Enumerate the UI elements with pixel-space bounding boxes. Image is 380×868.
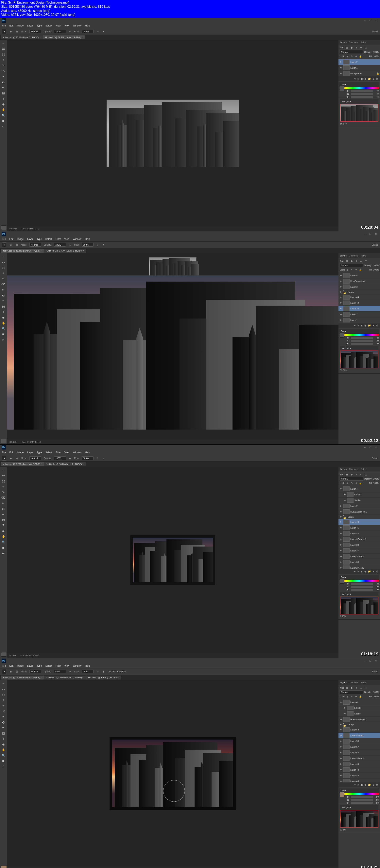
hue-strip[interactable] (339, 87, 379, 89)
menu-item[interactable]: Select (45, 664, 52, 667)
layer-name[interactable]: Layer 45 (350, 527, 379, 529)
lock-all-icon[interactable]: 🔒 (359, 481, 362, 485)
layer-name[interactable]: Group (348, 723, 379, 726)
tool-button[interactable]: ◉ (0, 101, 6, 107)
panel-tab[interactable]: Channels (349, 254, 358, 257)
nav-zoom[interactable]: 66.67% (340, 123, 378, 125)
filter-pixel-icon[interactable]: ▦ (345, 259, 349, 263)
menu-item[interactable]: View (64, 238, 69, 241)
filter-pixel-icon[interactable]: ▦ (345, 473, 349, 476)
group-icon[interactable]: 📁 (368, 570, 371, 573)
r-value[interactable]: 85 (374, 583, 379, 585)
fg-swatch[interactable] (340, 579, 344, 584)
delete-icon[interactable]: 🗑 (376, 570, 378, 573)
opacity-input[interactable]: 100% (54, 30, 66, 33)
tool-button[interactable]: T (0, 736, 6, 741)
layer-row[interactable]: 👁 Layer 35 (339, 559, 380, 565)
visibility-icon[interactable]: 👁 (339, 301, 343, 305)
tool-button[interactable]: ✂ (0, 714, 6, 719)
layer-opacity[interactable]: 100% (373, 51, 379, 53)
b-slider[interactable] (351, 589, 373, 591)
layer-row[interactable]: 👁 Hue/Saturation 1 (339, 509, 380, 515)
layer-name[interactable]: Layer 46 (350, 774, 379, 777)
hue-strip[interactable] (339, 580, 379, 582)
visibility-icon[interactable]: 👁 (339, 728, 343, 731)
tool-button[interactable]: T (0, 96, 6, 101)
layer-name[interactable]: Layer 45 (350, 780, 379, 782)
visibility-icon[interactable]: 👁 (339, 561, 343, 564)
layer-row[interactable]: 👁 Layer 35 (339, 306, 380, 312)
menu-item[interactable]: Type (36, 24, 42, 27)
tool-button[interactable]: ✧ (0, 698, 6, 703)
filter-smart-icon[interactable]: ◫ (364, 686, 368, 689)
layer-row[interactable]: 👁 Layer 3 (339, 284, 380, 290)
new-layer-icon[interactable]: ⊞ (373, 783, 375, 786)
g-slider[interactable] (351, 586, 373, 588)
foreground-color[interactable] (1, 439, 7, 443)
tool-button[interactable]: ✒ (0, 725, 6, 730)
doc-tab[interactable]: Untitled-1 @ 100% (Layer 2, RGB/8) * (44, 462, 86, 466)
color-tab[interactable]: Color (341, 789, 346, 792)
pressure-size-icon[interactable]: ⬘ (102, 457, 106, 460)
minimize-icon[interactable]: ─ (362, 232, 367, 236)
visibility-icon[interactable]: 👁 (339, 745, 343, 748)
visibility-icon[interactable]: 👁 (339, 66, 343, 69)
layer-name[interactable]: Layer 4 (350, 274, 379, 277)
panel-tab[interactable]: Channels (349, 681, 358, 684)
layer-name[interactable]: Effects (354, 493, 379, 496)
layer-name[interactable]: Group (348, 516, 379, 518)
lock-trans-icon[interactable]: ▦ (346, 55, 349, 58)
lock-all-icon[interactable]: 🔒 (359, 55, 362, 58)
tool-button[interactable]: ⬚ (0, 265, 6, 270)
menu-item[interactable]: File (2, 664, 6, 667)
mode-select[interactable]: Normal (29, 457, 41, 460)
brush-icon[interactable]: ◉ (9, 670, 13, 673)
pressure-opacity-icon[interactable]: ⬙ (68, 30, 72, 33)
layer-row[interactable]: 👁 Layer 37 (339, 548, 380, 554)
visibility-icon[interactable]: 👁 (339, 555, 343, 558)
mask-icon[interactable]: ◐ (361, 324, 363, 327)
g-slider[interactable] (351, 340, 373, 342)
menu-item[interactable]: Image (17, 238, 24, 241)
tool-preset-icon[interactable]: ● (2, 29, 7, 34)
zoom-status[interactable]: 8.25% (9, 654, 16, 657)
panel-tab[interactable]: Channels (349, 41, 358, 43)
fx-icon[interactable]: fx (357, 78, 359, 80)
mode-select[interactable]: Normal (29, 30, 41, 33)
link-icon[interactable]: ⟲ (354, 783, 356, 786)
tool-button[interactable]: ⇄ (0, 764, 6, 769)
menu-item[interactable]: Help (85, 24, 90, 27)
r-slider[interactable] (351, 90, 373, 92)
maximize-icon[interactable]: ☐ (368, 445, 373, 449)
visibility-icon[interactable]: 👁 (339, 768, 343, 771)
flow-input[interactable]: 100% (82, 243, 93, 247)
menu-item[interactable]: View (64, 24, 69, 27)
visibility-icon[interactable]: 👁 (339, 60, 343, 64)
r-slider[interactable] (351, 583, 373, 585)
layer-name[interactable]: Layer 59 (350, 728, 379, 731)
menu-item[interactable]: Select (45, 24, 52, 27)
layer-row[interactable]: 👁 Layer 58 (339, 738, 380, 744)
visibility-icon[interactable]: 👁 (339, 318, 343, 322)
doc-tab[interactable]: Untitled-1 @ 33.3% (Layer 2, RGB/8) * (44, 249, 86, 253)
layer-name[interactable]: Layer 49 (350, 763, 379, 765)
color-tab[interactable]: Color (341, 330, 346, 332)
tool-preset-icon[interactable]: ● (2, 669, 7, 674)
mode-select[interactable]: Normal (29, 670, 41, 673)
tool-button[interactable]: ◐ (0, 506, 6, 512)
lock-pos-icon[interactable]: ✥ (354, 695, 358, 698)
layer-name[interactable]: Hue/Saturation 1 (350, 718, 379, 721)
menu-item[interactable]: Type (36, 664, 42, 667)
layer-opacity[interactable]: 100% (373, 691, 379, 693)
tool-button[interactable]: ✋ (0, 534, 6, 539)
mask-icon[interactable]: ◐ (361, 570, 363, 573)
tool-button[interactable]: ✂ (0, 74, 6, 79)
minimize-icon[interactable]: ─ (362, 19, 367, 23)
visibility-icon[interactable]: 👁 (339, 307, 343, 310)
r-value[interactable]: 85 (374, 337, 379, 339)
layer-name[interactable]: Layer 57 (350, 746, 379, 748)
layer-name[interactable]: Layer 37 copy 2 (350, 538, 379, 540)
layer-row[interactable]: 👁 Layer 57 (339, 744, 380, 750)
tool-button[interactable]: ✎ (0, 63, 6, 68)
group-icon[interactable]: 📁 (368, 783, 371, 786)
